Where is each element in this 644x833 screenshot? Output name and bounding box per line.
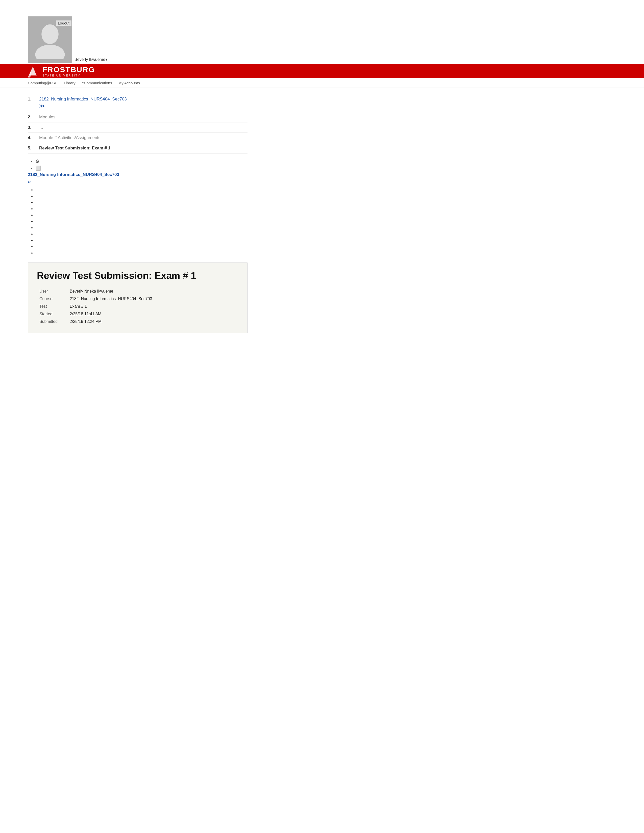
review-table: User Beverly Nneka Ikwueme Course 2182_N… xyxy=(37,288,238,325)
list-item xyxy=(35,200,616,204)
display-icon: ⬜ xyxy=(35,166,41,170)
nav-item-library[interactable]: Library xyxy=(64,81,76,85)
settings-icon: ⚙ xyxy=(35,159,39,164)
nav-bar: Computing@FSU Library eCommunications My… xyxy=(0,78,644,88)
breadcrumb-item-5: 5. Review Test Submission: Exam # 1 xyxy=(28,143,248,153)
breadcrumb-text-2: Modules xyxy=(39,114,55,120)
review-row-started: Started 2/25/18 11:41 AM xyxy=(37,310,238,318)
dropdown-arrow-icon: ▾ xyxy=(105,57,107,61)
review-row-test: Test Exam # 1 xyxy=(37,303,238,310)
left-nav-area: ⚙ ⬜ 2182_Nursing Informatics_NURS404_Sec… xyxy=(28,159,616,255)
list-item xyxy=(35,188,616,192)
breadcrumb-text-5: Review Test Submission: Exam # 1 xyxy=(39,146,110,151)
nav-item-computing[interactable]: Computing@FSU xyxy=(28,81,58,85)
frostburg-banner: FROSTBURG STATE UNIVERSITY xyxy=(0,64,644,78)
breadcrumb-list: 1. 2182_Nursing Informatics_NURS404_Sec7… xyxy=(28,94,248,153)
double-right-arrow-icon: » xyxy=(28,178,616,185)
review-value-submitted: 2/25/18 12:24 PM xyxy=(67,318,238,325)
review-value-user: Beverly Nneka Ikwueme xyxy=(67,288,238,295)
breadcrumb-item-1: 1. 2182_Nursing Informatics_NURS404_Sec7… xyxy=(28,94,248,112)
review-label-course: Course xyxy=(37,295,67,303)
breadcrumb-item-4: 4. Module 2 Activities/Assignments xyxy=(28,133,248,143)
breadcrumb-num-3: 3. xyxy=(28,125,35,130)
review-submission-box: Review Test Submission: Exam # 1 User Be… xyxy=(28,262,248,333)
icon-item-display: ⬜ xyxy=(35,165,616,171)
chevron-down-double-icon: ≫ xyxy=(39,103,248,109)
breadcrumb-num-4: 4. xyxy=(28,135,35,140)
sidebar-bullet-list xyxy=(28,188,616,255)
frostburg-logo-icon xyxy=(28,65,40,77)
svg-point-1 xyxy=(35,45,64,60)
course-link[interactable]: 2182_Nursing Informatics_NURS404_Sec703 xyxy=(28,172,119,177)
nav-item-ecommunications[interactable]: eCommunications xyxy=(82,81,112,85)
review-value-started: 2/25/18 11:41 AM xyxy=(67,310,238,318)
review-label-started: Started xyxy=(37,310,67,318)
list-item xyxy=(35,206,616,211)
frostburg-text: FROSTBURG STATE UNIVERSITY xyxy=(42,66,95,77)
logout-button[interactable]: Logout xyxy=(56,20,72,26)
review-label-test: Test xyxy=(37,303,67,310)
icon-item-settings: ⚙ xyxy=(35,159,616,164)
list-item xyxy=(35,251,616,255)
course-link-block: 2182_Nursing Informatics_NURS404_Sec703 xyxy=(28,172,616,177)
svg-point-0 xyxy=(42,24,59,44)
breadcrumb-link-1[interactable]: 2182_Nursing Informatics_NURS404_Sec703 xyxy=(39,96,127,102)
review-value-course: 2182_Nursing Informatics_NURS404_Sec703 xyxy=(67,295,238,303)
breadcrumb-text-3: … xyxy=(39,125,43,130)
list-item xyxy=(35,194,616,198)
list-item xyxy=(35,232,616,236)
nav-item-my-accounts[interactable]: My Accounts xyxy=(118,81,140,85)
breadcrumb-text-4: Module 2 Activities/Assignments xyxy=(39,135,100,140)
review-label-submitted: Submitted xyxy=(37,318,67,325)
list-item xyxy=(35,238,616,242)
breadcrumb-num-5: 5. xyxy=(28,146,35,151)
breadcrumb-item-3: 3. … xyxy=(28,122,248,133)
list-item xyxy=(35,219,616,224)
review-row-course: Course 2182_Nursing Informatics_NURS404_… xyxy=(37,295,238,303)
frostburg-sub: STATE UNIVERSITY xyxy=(42,74,95,77)
list-item xyxy=(35,213,616,217)
breadcrumb-num-1: 1. xyxy=(28,96,35,102)
list-item xyxy=(35,225,616,230)
review-title: Review Test Submission: Exam # 1 xyxy=(37,270,238,281)
icon-bullet-list: ⚙ ⬜ xyxy=(28,159,616,171)
review-value-test: Exam # 1 xyxy=(67,303,238,310)
list-item xyxy=(35,244,616,249)
frostburg-name: FROSTBURG xyxy=(42,66,95,74)
review-label-user: User xyxy=(37,288,67,295)
top-bar: Logout Beverly Ikwueme▾ FROSTBURG STATE … xyxy=(0,0,644,88)
user-name-area: Beverly Ikwueme▾ xyxy=(74,57,107,62)
breadcrumb-item-2: 2. Modules xyxy=(28,112,248,122)
review-row-user: User Beverly Nneka Ikwueme xyxy=(37,288,238,295)
review-row-submitted: Submitted 2/25/18 12:24 PM xyxy=(37,318,238,325)
breadcrumb-num-2: 2. xyxy=(28,114,35,120)
user-name: Beverly Ikwueme xyxy=(74,57,105,61)
frostburg-logo: FROSTBURG STATE UNIVERSITY xyxy=(28,65,95,77)
